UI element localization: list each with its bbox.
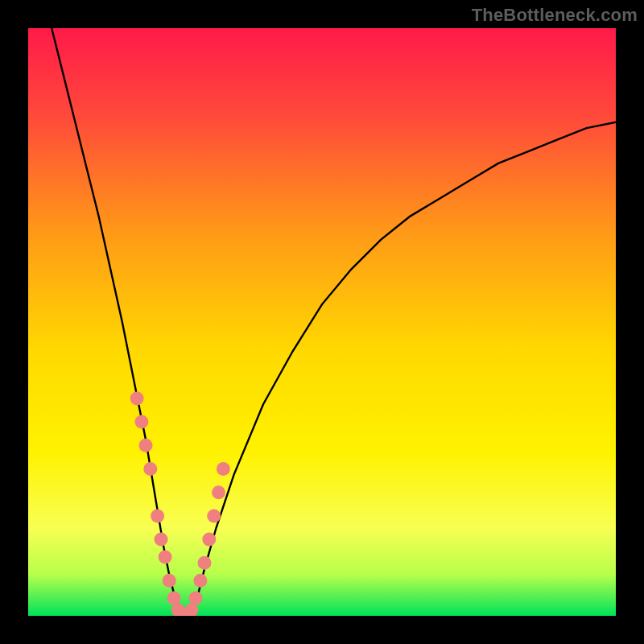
marker-dot: [134, 415, 148, 429]
watermark-text: TheBottleneck.com: [472, 5, 638, 26]
marker-dot: [163, 574, 176, 588]
marker-dot: [207, 509, 221, 522]
marker-dot: [217, 462, 230, 476]
chart-frame: [28, 28, 616, 616]
marker-dot: [193, 574, 207, 588]
marker-dot: [143, 462, 157, 476]
marker-dot: [189, 592, 203, 605]
marker-dot: [151, 509, 164, 522]
marker-dot: [159, 551, 172, 564]
marker-dot: [130, 391, 144, 405]
marker-dot: [155, 533, 168, 547]
bottleneck-chart: [28, 28, 616, 616]
marker-dot: [167, 592, 181, 605]
marker-dot: [198, 556, 212, 570]
gradient-background: [28, 28, 616, 616]
marker-dot: [202, 533, 216, 547]
marker-dot: [212, 485, 225, 499]
marker-dot: [139, 439, 153, 452]
